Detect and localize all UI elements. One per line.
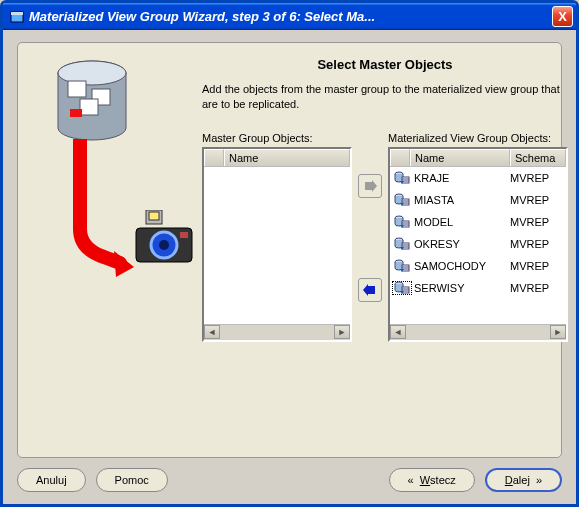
lists-row: Master Group Objects: Name ◄ ►	[202, 132, 568, 342]
move-right-button[interactable]	[358, 174, 382, 198]
svg-marker-15	[365, 180, 377, 192]
row-name-cell: KRAJE	[412, 172, 510, 184]
close-button[interactable]: X	[552, 6, 573, 27]
mview-list-scrollbar[interactable]: ◄ ►	[390, 324, 566, 340]
svg-rect-10	[149, 212, 159, 220]
row-name-cell: OKRESY	[412, 238, 510, 250]
scroll-left-icon[interactable]: ◄	[204, 325, 220, 339]
help-label: Pomoc	[115, 474, 149, 486]
row-icon-cell	[392, 281, 412, 295]
table-row[interactable]: MODELMVREP	[390, 211, 566, 233]
table-row[interactable]: OKRESYMVREP	[390, 233, 566, 255]
col-header-name: Name	[224, 149, 350, 166]
col-header-icon	[204, 149, 224, 166]
svg-rect-6	[80, 99, 98, 115]
page-title: Select Master Objects	[202, 57, 568, 72]
row-icon-cell	[392, 171, 412, 185]
move-left-button[interactable]	[358, 278, 382, 302]
chevron-right-icon: »	[536, 474, 542, 486]
mview-list-header: Name Schema	[390, 149, 566, 167]
col-header-schema: Schema	[510, 149, 566, 166]
svg-rect-1	[11, 12, 23, 15]
table-object-icon	[394, 193, 410, 207]
master-list-header: Name	[204, 149, 350, 167]
window-title: Materialized View Group Wizard, step 3 o…	[29, 9, 552, 24]
master-objects-label: Master Group Objects:	[202, 132, 352, 144]
scroll-left-icon[interactable]: ◄	[390, 325, 406, 339]
col-header-name: Name	[410, 149, 510, 166]
cancel-button[interactable]: Anuluj	[17, 468, 86, 492]
app-icon	[9, 9, 25, 25]
row-schema-cell: MVREP	[510, 194, 566, 206]
mview-list-body: KRAJEMVREPMIASTAMVREPMODELMVREPOKRESYMVR…	[390, 167, 566, 324]
back-button[interactable]: « Wstecz	[389, 468, 475, 492]
mview-objects-list[interactable]: Name Schema KRAJEMVREPMIASTAMVREPMODELMV…	[388, 147, 568, 342]
replication-arrow-icon	[62, 139, 142, 279]
cancel-label: Anuluj	[36, 474, 67, 486]
table-object-icon	[394, 237, 410, 251]
wizard-illustration	[34, 55, 194, 445]
next-label: Dalej	[505, 474, 530, 486]
row-schema-cell: MVREP	[510, 216, 566, 228]
row-name-cell: SERWISY	[412, 282, 510, 294]
titlebar: Materialized View Group Wizard, step 3 o…	[3, 3, 576, 30]
svg-marker-16	[363, 284, 375, 296]
table-row[interactable]: SERWISYMVREP	[390, 277, 566, 299]
table-row[interactable]: MIASTAMVREP	[390, 189, 566, 211]
chevron-left-icon: «	[408, 474, 414, 486]
button-bar: Anuluj Pomoc « Wstecz Dalej »	[17, 458, 562, 494]
row-icon-cell	[392, 259, 412, 273]
row-icon-cell	[392, 237, 412, 251]
arrow-left-icon	[363, 284, 377, 296]
content-panel: Select Master Objects Add the objects fr…	[17, 42, 562, 458]
camera-icon	[134, 210, 196, 266]
svg-rect-14	[180, 232, 188, 238]
main-column: Select Master Objects Add the objects fr…	[202, 55, 568, 445]
row-icon-cell	[392, 193, 412, 207]
wizard-window: Materialized View Group Wizard, step 3 o…	[0, 0, 579, 507]
scroll-right-icon[interactable]: ►	[334, 325, 350, 339]
row-schema-cell: MVREP	[510, 172, 566, 184]
move-buttons	[358, 174, 382, 302]
table-row[interactable]: SAMOCHODYMVREP	[390, 255, 566, 277]
table-object-icon	[394, 215, 410, 229]
row-name-cell: MODEL	[412, 216, 510, 228]
arrow-right-icon	[363, 180, 377, 192]
master-list-scrollbar[interactable]: ◄ ►	[204, 324, 350, 340]
table-object-icon	[394, 259, 410, 273]
page-description: Add the objects from the master group to…	[202, 82, 568, 112]
mview-objects-block: Materialized View Group Objects: Name Sc…	[388, 132, 568, 342]
master-objects-list[interactable]: Name ◄ ►	[202, 147, 352, 342]
mview-objects-label: Materialized View Group Objects:	[388, 132, 568, 144]
scroll-right-icon[interactable]: ►	[550, 325, 566, 339]
master-objects-block: Master Group Objects: Name ◄ ►	[202, 132, 352, 342]
next-button[interactable]: Dalej »	[485, 468, 562, 492]
table-object-icon	[394, 281, 410, 295]
close-icon: X	[558, 9, 567, 24]
back-label: Wstecz	[420, 474, 456, 486]
row-schema-cell: MVREP	[510, 238, 566, 250]
table-row[interactable]: KRAJEMVREP	[390, 167, 566, 189]
row-schema-cell: MVREP	[510, 282, 566, 294]
table-object-icon	[394, 171, 410, 185]
svg-point-13	[159, 240, 169, 250]
row-icon-cell	[392, 215, 412, 229]
row-name-cell: MIASTA	[412, 194, 510, 206]
client-area: Select Master Objects Add the objects fr…	[3, 30, 576, 504]
master-list-body	[204, 167, 350, 324]
help-button[interactable]: Pomoc	[96, 468, 168, 492]
row-schema-cell: MVREP	[510, 260, 566, 272]
svg-marker-8	[114, 251, 134, 277]
col-header-icon	[390, 149, 410, 166]
svg-rect-4	[68, 81, 86, 97]
svg-rect-7	[70, 109, 82, 117]
row-name-cell: SAMOCHODY	[412, 260, 510, 272]
